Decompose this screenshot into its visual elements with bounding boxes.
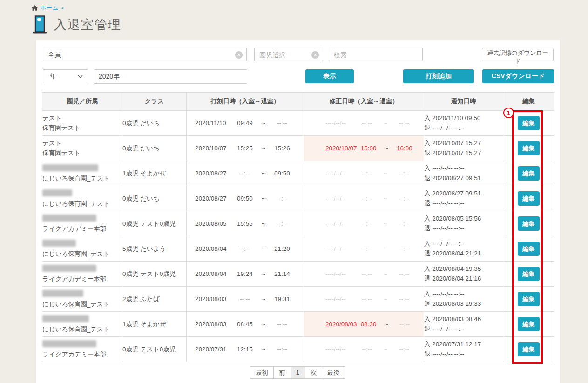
header-punch-time: 打刻日時（入室～退室） [187,93,304,111]
pagination-first-button[interactable]: 最初 [250,366,274,379]
fix-out: --:-- [392,346,416,353]
scope-filter-field[interactable]: ✕ [43,48,247,61]
child-select-input[interactable] [255,51,311,59]
fix-tilde: ～ [379,295,392,303]
door-icon [33,15,47,34]
notify-in: 入 2020/08/05 15:56 [424,214,503,224]
fix-cell: ----/--/-- --:-- ～ --:-- [304,287,424,312]
edit-button[interactable]: 編集 [518,166,540,181]
notify-out: 退 ----/--/-- --:-- [424,349,503,359]
edit-button[interactable]: 編集 [518,216,540,231]
fix-cell: ----/--/-- --:-- ～ --:-- [304,211,424,236]
punch-out: --:-- [270,321,294,328]
punch-date: 2020/08/05 [195,220,227,227]
fix-in: 08:30 [357,321,380,328]
edit-button[interactable]: 編集 [518,141,540,155]
notify-out: 退 2020/08/04 21:21 [424,249,503,259]
child-name [42,315,89,322]
edit-button[interactable]: 編集 [518,242,540,256]
table-row: ライクアカデミー本部 0歳児 テスト0歳児 2020/08/05 15:55 ～… [42,211,554,236]
fix-in: --:-- [355,346,379,353]
notify-in: 入 ----/--/-- --:-- [424,239,503,249]
fix-date: ----/--/-- [325,296,345,302]
search-input[interactable] [329,51,422,59]
edit-button[interactable]: 編集 [518,317,540,331]
child-name [42,265,96,272]
notify-out: 退 ----/--/-- --:-- [424,199,503,208]
fix-in: --:-- [355,270,379,277]
punch-out: 15:26 [270,145,294,152]
notify-out: 退 ----/--/-- --:-- [424,324,503,334]
table-row: にじいろ保育園_テスト 5歳児 たいよう 2020/08/04 --:-- ～ … [42,236,554,262]
child-org: ライクアカデミー本部 [42,224,122,234]
breadcrumb-home-link[interactable]: ホーム [40,4,59,12]
punch-date: 2020/08/04 [195,245,227,252]
period-value-field[interactable] [94,69,247,84]
punch-in: 15:55 [233,220,257,227]
class-cell: 0歳児 だいち [122,136,187,161]
csv-download-button[interactable]: CSVダウンロード [482,69,554,83]
fix-cell: 2020/08/03 08:30 ～ --:-- [304,312,424,337]
punch-in: 08:45 [233,321,257,328]
pagination-next-button[interactable]: 次 [305,366,323,379]
add-punch-button[interactable]: 打刻追加 [403,69,474,83]
clear-icon[interactable]: ✕ [311,51,319,59]
punch-out: --:-- [270,346,294,353]
child-org: にじいろ保育園_テスト [42,249,122,259]
fix-date: 2020/10/07 [325,145,357,152]
punch-tilde: ～ [257,169,270,178]
header-notify-time: 通知日時 [424,93,503,111]
fix-in: --:-- [355,220,379,227]
header-fix-time: 修正日時（入室～退室） [304,93,424,111]
table-row: にじいろ保育園_テスト 0歳児 だいち 2020/08/27 09:50 ～ -… [42,186,554,211]
search-field[interactable] [329,48,423,61]
fix-date: ----/--/-- [325,346,345,353]
punch-tilde: ～ [257,345,270,354]
notify-out: 退 2020/08/04 21:16 [424,274,503,284]
fix-date: ----/--/-- [325,120,345,127]
class-cell: 0歳児 テスト0歳児 [122,337,187,362]
punch-in: 15:25 [233,145,257,152]
punch-out: --:-- [270,195,294,202]
punch-date: 2020/08/27 [195,195,227,202]
pagination-last-button[interactable]: 最後 [322,366,345,379]
edit-button[interactable]: 編集 [518,116,540,130]
scope-filter-input[interactable] [43,51,235,59]
period-value-input[interactable] [94,73,247,81]
past-records-download-button[interactable]: 過去記録のダウンロード [482,48,554,61]
edit-button[interactable]: 編集 [518,267,540,281]
fix-in: --:-- [355,195,379,202]
class-cell: 1歳児 そよかぜ [122,312,187,337]
child-select-field[interactable]: ✕ [254,48,323,61]
table-row: ライクアカデミー本部 0歳児 テスト0歳児 2020/07/31 12:15 ～… [42,337,554,362]
pagination: 最初 前 1 次 最後 [36,366,560,379]
edit-button[interactable]: 編集 [518,342,540,356]
notify-in: 入 ----/--/-- --:-- [424,289,503,299]
fix-date: 2020/08/03 [325,321,357,328]
punch-date: 2020/08/04 [195,270,227,277]
notify-out: 退 ----/--/-- --:-- [424,224,503,234]
notify-in: 入 2020/08/03 08:46 [424,315,503,324]
pagination-prev-button[interactable]: 前 [273,366,291,379]
pagination-page-1-button[interactable]: 1 [291,366,305,379]
child-org: にじいろ保育園_テスト [42,300,122,309]
punch-in: --:-- [233,245,257,252]
show-button[interactable]: 表示 [305,69,354,83]
clear-icon[interactable]: ✕ [235,51,243,59]
punch-tilde: ～ [257,320,270,329]
edit-button[interactable]: 編集 [518,191,540,206]
punch-out: 21:14 [270,270,294,277]
punch-in: --:-- [233,296,257,302]
child-org: にじいろ保育園_テスト [42,325,122,334]
edit-button[interactable]: 編集 [518,292,540,306]
child-name [42,164,98,171]
notify-out: 退 2020/10/07 15:27 [424,148,503,158]
breadcrumb-separator: > [61,5,64,11]
punch-date: 2020/10/07 [195,145,227,152]
fix-out: --:-- [392,245,416,252]
notify-in: 入 2020/11/10 09:50 [424,114,503,123]
child-name [42,215,96,222]
class-cell: 0歳児 テスト0歳児 [122,211,187,236]
period-type-select[interactable]: 年 [43,69,88,83]
fix-out: --:-- [392,120,416,127]
